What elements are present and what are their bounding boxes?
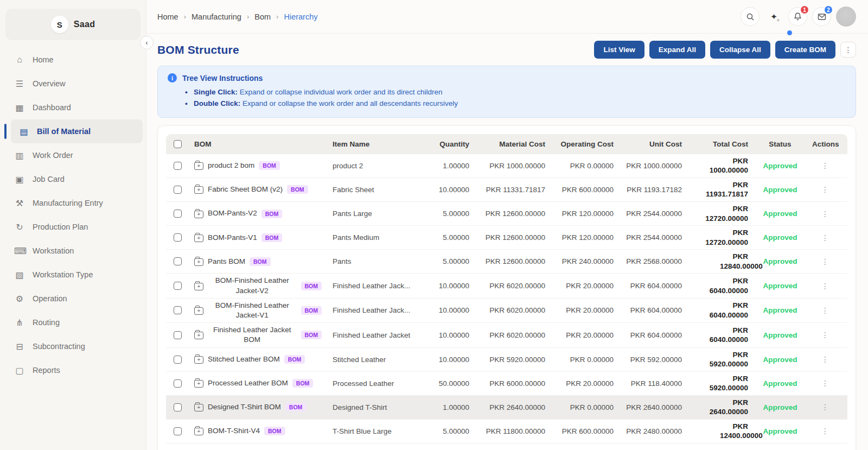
sidebar-item-bill-of-material[interactable]: ▤Bill of Material [11,119,143,143]
sidebar-item-manufacturing-entry[interactable]: ⚒Manufacturing Entry [0,191,146,215]
row-checkbox[interactable] [174,210,182,218]
bom-name[interactable]: BOM-Pants-V2 [208,208,257,218]
row-checkbox[interactable] [174,331,182,339]
sidebar-item-overview[interactable]: ☰Overview [0,72,146,96]
table-row[interactable]: +BOM-Finished Leather Jacket-V1BOMFinish… [166,299,847,323]
bom-name[interactable]: Designed T-Shirt BOM [208,402,281,412]
sidebar-item-operation[interactable]: ⚙Operation [0,287,146,310]
sidebar-item-reports[interactable]: ▢Reports [0,358,146,382]
sidebar-item-workstation[interactable]: ⌨Workstation [0,239,146,263]
sidebar-collapse-button[interactable]: ‹ [140,36,154,49]
row-actions-menu-button[interactable]: ⋮ [821,403,829,411]
row-actions-menu-button[interactable]: ⋮ [821,210,829,218]
status-cell: Approved [754,379,807,388]
bom-name[interactable]: Pants BOM [208,257,245,267]
row-actions-menu-button[interactable]: ⋮ [821,331,829,339]
ai-sparkle-button[interactable]: ✦ [764,7,783,26]
list-view-button[interactable]: List View [594,41,644,59]
row-checkbox[interactable] [174,233,182,242]
row-checkbox[interactable] [174,282,182,290]
sidebar-item-home[interactable]: ⌂Home [0,48,146,72]
table-row[interactable]: +BOM-Finished Leather Jacket-V2BOMFinish… [166,274,847,298]
bom-name[interactable]: Stitched Leather BOM [208,354,280,364]
breadcrumb-home[interactable]: Home [157,12,178,21]
user-avatar[interactable] [836,7,856,27]
instruction-label: Single Click: [194,88,238,96]
row-checkbox[interactable] [174,306,182,314]
breadcrumb-manufacturing[interactable]: Manufacturing [192,12,241,21]
table-row[interactable]: +BOM-Pants-V2BOMPants Large5.00000PKR 12… [166,202,847,226]
row-actions-menu-button[interactable]: ⋮ [821,306,829,315]
table-body: +product 2 bomBOMproduct 21.00000PKR 100… [166,154,847,443]
sidebar-item-workstation-type[interactable]: ▧Workstation Type [0,263,146,287]
header-more-menu-button[interactable]: ⋮ [840,42,856,58]
row-actions-menu-button[interactable]: ⋮ [821,355,829,364]
table-row[interactable]: +BOM-T-Shirt-V4BOMT-Shirt Blue Large5.00… [166,420,847,443]
table-row[interactable]: +Processed Leather BOMBOMProcessed Leath… [166,372,847,396]
row-actions-menu-button[interactable]: ⋮ [821,257,829,266]
quantity-cell: 5.00000 [420,427,475,435]
bom-name[interactable]: BOM-T-Shirt-V4 [208,426,260,436]
material-cost-cell: PKR 6020.00000 [475,331,551,339]
bom-name[interactable]: product 2 bom [208,161,254,170]
row-checkbox[interactable] [174,427,182,435]
expand-all-button[interactable]: Expand All [649,41,705,59]
sidebar-item-work-order[interactable]: ▥Work Order [0,143,146,167]
row-checkbox[interactable] [174,379,182,388]
table-row[interactable]: +Fabric Sheet BOM (v2)BOMFabric Sheet10.… [166,178,847,202]
actions-cell: ⋮ [807,403,844,411]
row-select-cell [166,379,189,388]
sidebar-item-subcontracting[interactable]: ⊟Subcontracting [0,334,146,358]
create-bom-button[interactable]: Create BOM [775,41,835,59]
folder-plus-icon: + [194,380,203,388]
column-header-quantity: Quantity [420,140,475,148]
table-row[interactable]: +Designed T-Shirt BOMBOMDesigned T-Shirt… [166,396,847,420]
bom-name[interactable]: Processed Leather BOM [208,378,288,388]
row-checkbox[interactable] [174,186,182,194]
row-checkbox[interactable] [174,257,182,265]
notifications-button[interactable]: 1 [788,7,807,26]
row-checkbox[interactable] [174,356,182,364]
sidebar-item-production-plan[interactable]: ↻Production Plan [0,215,146,239]
bom-name[interactable]: BOM-Finished Leather Jacket-V2 [208,276,297,295]
sidebar-item-job-card[interactable]: ▣Job Card [0,167,146,191]
material-cost-cell: PKR 6020.00000 [475,306,551,314]
item-name-cell: Pants Medium [327,233,420,242]
table-row[interactable]: +Stitched Leather BOMBOMStitched Leather… [166,348,847,372]
actions-cell: ⋮ [807,161,844,170]
column-header-item-name: Item Name [327,140,420,148]
table-row[interactable]: +product 2 bomBOMproduct 21.00000PKR 100… [166,154,847,178]
status-badge: Approved [763,356,797,364]
quantity-cell: 5.00000 [420,233,475,242]
row-actions-menu-button[interactable]: ⋮ [821,161,829,170]
bill-of-material-icon: ▤ [18,126,29,137]
collapse-all-button[interactable]: Collapse All [710,41,770,59]
table-row[interactable]: +Finished Leather Jacket BOMBOMFinished … [166,323,847,347]
table-row[interactable]: +Pants BOMBOMPants5.00000PKR 12600.00000… [166,250,847,274]
row-checkbox[interactable] [174,162,182,170]
brand[interactable]: S Saad [5,9,141,40]
status-cell: Approved [754,210,807,218]
messages-button[interactable]: 2 [812,7,831,26]
unit-cost-cell: PKR 592.00000 [619,356,687,364]
bom-name[interactable]: Fabric Sheet BOM (v2) [208,185,283,194]
row-checkbox[interactable] [174,403,182,411]
bom-name[interactable]: Finished Leather Jacket BOM [208,325,297,345]
sidebar-item-routing[interactable]: ⋔Routing [0,310,146,334]
breadcrumb-hierarchy[interactable]: Hierarchy [284,12,317,21]
row-actions-menu-button[interactable]: ⋮ [821,379,829,388]
row-actions-menu-button[interactable]: ⋮ [821,233,829,242]
row-actions-menu-button[interactable]: ⋮ [821,185,829,194]
row-actions-menu-button[interactable]: ⋮ [821,427,829,435]
bom-name[interactable]: BOM-Pants-V1 [208,233,257,243]
sidebar-item-label: Home [33,55,54,64]
folder-plus-icon: + [194,234,203,242]
table-row[interactable]: +BOM-Pants-V1BOMPants Medium5.00000PKR 1… [166,226,847,250]
breadcrumb-bom[interactable]: Bom [254,12,271,21]
search-button[interactable] [741,7,760,26]
select-all-checkbox[interactable] [174,140,182,148]
sidebar-item-dashboard[interactable]: ▦Dashboard [0,96,146,119]
row-select-cell [166,427,189,435]
row-actions-menu-button[interactable]: ⋮ [821,282,829,290]
bom-name[interactable]: BOM-Finished Leather Jacket-V1 [208,301,297,320]
